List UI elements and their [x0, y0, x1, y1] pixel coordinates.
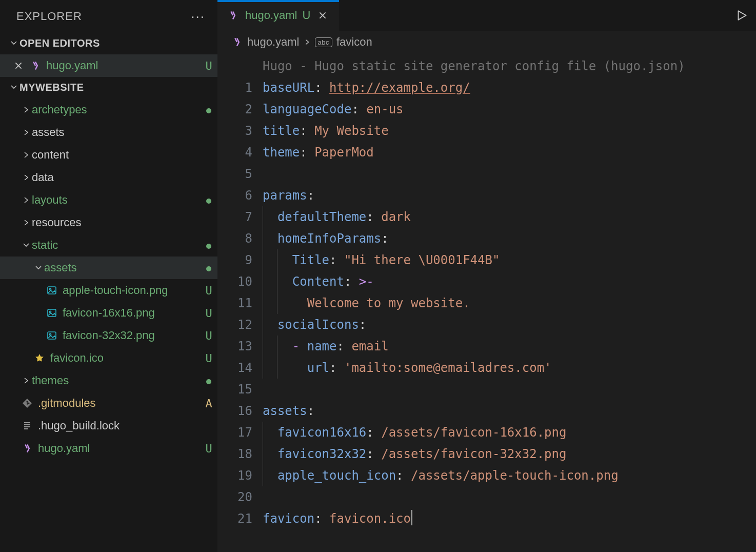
file-hugo-yaml[interactable]: hugo.yaml U	[0, 437, 217, 460]
folder-label: assets	[44, 261, 200, 274]
git-dot	[200, 171, 217, 184]
close-icon[interactable]	[315, 11, 330, 20]
status-badge: U	[200, 442, 217, 455]
git-modified-dot	[200, 193, 217, 207]
folder-label: themes	[32, 374, 200, 387]
status-badge: U	[200, 352, 217, 365]
chevron-right-icon	[21, 377, 32, 385]
file-hugo-build-lock[interactable]: .hugo_build.lock	[0, 415, 217, 437]
git-icon	[21, 398, 34, 408]
chevron-right-icon	[21, 128, 32, 136]
file-favicon-16[interactable]: favicon-16x16.png U	[0, 302, 217, 324]
chevron-right-icon	[21, 106, 32, 114]
folder-static[interactable]: static	[0, 234, 217, 257]
run-icon[interactable]	[727, 0, 756, 31]
file-apple-touch-icon[interactable]: apple-touch-icon.png U	[0, 279, 217, 302]
status-badge: U	[200, 329, 217, 342]
editor-pane: hugo.yaml U hugo.yaml abc favicon	[217, 0, 756, 552]
file-label: favicon-32x32.png	[63, 329, 200, 342]
breadcrumb-file: hugo.yaml	[247, 35, 300, 49]
file-label: apple-touch-icon.png	[63, 284, 200, 297]
explorer-title: EXPLORER	[16, 10, 82, 23]
folder-label: content	[32, 148, 200, 162]
yaml-file-icon	[228, 10, 240, 21]
git-modified-dot	[200, 261, 217, 274]
yaml-file-icon	[29, 61, 42, 71]
file-favicon-32[interactable]: favicon-32x32.png U	[0, 324, 217, 347]
folder-content[interactable]: content	[0, 144, 217, 166]
status-badge: U	[200, 60, 217, 72]
git-modified-dot	[200, 374, 217, 387]
chevron-right-icon	[21, 151, 32, 159]
image-file-icon	[45, 330, 58, 341]
project-label: MYWEBSITE	[19, 82, 84, 93]
folder-label: archetypes	[32, 103, 200, 116]
git-dot	[200, 216, 217, 229]
open-editors-label: OPEN EDITORS	[19, 37, 100, 49]
tab-active-indicator	[217, 0, 339, 2]
tab-hugo-yaml[interactable]: hugo.yaml U	[217, 0, 339, 31]
chevron-right-icon	[21, 173, 32, 182]
image-file-icon	[45, 285, 58, 295]
text-file-icon	[21, 421, 34, 431]
folder-assets[interactable]: assets	[0, 121, 217, 144]
status-badge: U	[200, 307, 217, 320]
chevron-right-icon	[21, 196, 32, 204]
file-label: favicon.ico	[50, 351, 200, 365]
status-badge: A	[200, 397, 217, 410]
favicon-star-icon	[33, 353, 46, 363]
project-section[interactable]: MYWEBSITE	[0, 77, 217, 97]
status-badge: U	[200, 284, 217, 297]
file-label: hugo.yaml	[38, 442, 200, 455]
folder-label: static	[32, 239, 200, 252]
chevron-down-icon	[8, 39, 19, 47]
git-modified-dot	[200, 103, 217, 116]
explorer-more-icon[interactable]: ···	[191, 9, 205, 25]
git-modified-dot	[200, 239, 217, 252]
file-label: .hugo_build.lock	[38, 419, 200, 432]
git-dot	[200, 126, 217, 139]
chevron-down-icon	[8, 83, 19, 91]
open-editors-section[interactable]: OPEN EDITORS	[0, 33, 217, 53]
folder-themes[interactable]: themes	[0, 369, 217, 392]
text-cursor	[411, 510, 412, 525]
open-editor-item[interactable]: hugo.yaml U	[0, 54, 217, 77]
close-icon[interactable]	[11, 61, 26, 70]
svg-rect-2	[48, 309, 56, 317]
chevron-down-icon	[21, 241, 32, 249]
file-favicon-ico[interactable]: favicon.ico U	[0, 347, 217, 369]
chevron-right-icon	[304, 35, 311, 49]
symbol-kind-icon: abc	[315, 37, 332, 47]
line-number-gutter: 0 1 2 3 4 5 6 7 8 9 10 11 12 13 14 15 16…	[217, 55, 263, 529]
folder-static-assets[interactable]: assets	[0, 257, 217, 279]
breadcrumb-symbol: favicon	[336, 35, 372, 49]
folder-archetypes[interactable]: archetypes	[0, 98, 217, 121]
svg-rect-0	[48, 287, 56, 294]
explorer-sidebar: EXPLORER ··· OPEN EDITORS hugo.yaml U	[0, 0, 217, 552]
git-dot	[200, 148, 217, 162]
tab-filename: hugo.yaml	[245, 9, 297, 22]
code-editor[interactable]: 0 1 2 3 4 5 6 7 8 9 10 11 12 13 14 15 16…	[217, 53, 756, 529]
folder-label: assets	[32, 126, 200, 139]
open-editor-filename: hugo.yaml	[46, 59, 200, 72]
folder-label: layouts	[32, 193, 200, 207]
code-content[interactable]: Hugo - Hugo static site generator config…	[263, 55, 756, 529]
folder-resources[interactable]: resources	[0, 211, 217, 234]
image-file-icon	[45, 308, 58, 318]
tab-status: U	[303, 9, 311, 22]
breadcrumb[interactable]: hugo.yaml abc favicon	[217, 31, 756, 53]
chevron-down-icon	[33, 264, 44, 272]
chevron-right-icon	[21, 219, 32, 227]
tab-bar: hugo.yaml U	[217, 0, 756, 31]
yaml-file-icon	[232, 37, 242, 47]
folder-label: data	[32, 171, 200, 184]
inlay-hint: Hugo - Hugo static site generator config…	[263, 59, 685, 73]
svg-rect-4	[48, 332, 56, 339]
file-label: favicon-16x16.png	[63, 306, 200, 320]
file-gitmodules[interactable]: .gitmodules A	[0, 392, 217, 415]
file-label: .gitmodules	[38, 397, 200, 410]
folder-label: resources	[32, 216, 200, 229]
yaml-file-icon	[21, 443, 34, 454]
folder-data[interactable]: data	[0, 166, 217, 189]
folder-layouts[interactable]: layouts	[0, 189, 217, 211]
